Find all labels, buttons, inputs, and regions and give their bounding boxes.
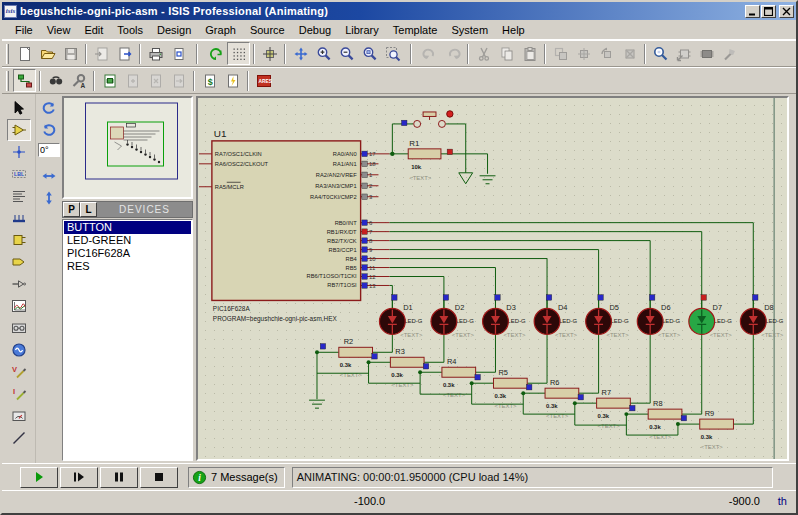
netlist-ares-button[interactable]: ARES — [252, 69, 275, 92]
close-button[interactable] — [779, 5, 794, 18]
device-item-pic16f628a[interactable]: PIC16F628A — [64, 247, 191, 260]
remove-sheet-button[interactable] — [144, 69, 167, 92]
menu-system[interactable]: System — [444, 22, 495, 38]
graph-mode-button[interactable] — [7, 295, 31, 317]
redraw-button[interactable] — [204, 42, 227, 65]
print-button[interactable] — [144, 42, 167, 65]
led-d6[interactable]: D6LED-G<TEXT> — [637, 295, 680, 339]
selection-mode-button[interactable] — [7, 97, 31, 119]
block-rotate-button[interactable] — [595, 42, 618, 65]
push-button[interactable] — [414, 111, 453, 128]
rotate-ccw-button[interactable] — [38, 119, 60, 141]
mirror-x-button[interactable] — [38, 165, 60, 187]
resistor-r6[interactable]: R60.3k<TEXT> — [472, 335, 599, 419]
zoom-out-button[interactable] — [335, 42, 358, 65]
undo-button[interactable] — [418, 42, 441, 65]
device-pin-mode-button[interactable] — [7, 273, 31, 295]
search-tag-button[interactable] — [44, 69, 67, 92]
tape-mode-button[interactable] — [7, 317, 31, 339]
generator-mode-button[interactable] — [7, 339, 31, 361]
resistor-r7[interactable]: R70.3k<TEXT> — [523, 335, 650, 429]
new-sheet-button[interactable] — [121, 69, 144, 92]
schematic-canvas[interactable]: R110k<TEXT>U1RA7/OSC1/CLKINRA6/OSC2/CLKO… — [196, 96, 789, 461]
electrical-check-button[interactable] — [221, 69, 244, 92]
zoom-in-button[interactable] — [312, 42, 335, 65]
led-d2[interactable]: D2LED-G<TEXT> — [431, 295, 474, 339]
wires[interactable] — [389, 124, 753, 308]
overview-window[interactable] — [62, 96, 193, 199]
play-button[interactable] — [20, 467, 58, 488]
led-d1[interactable]: D1LED-G<TEXT> — [379, 295, 422, 339]
menu-view[interactable]: View — [40, 22, 78, 38]
toolbar-grip[interactable] — [6, 71, 9, 91]
wire-autoroute-button[interactable] — [13, 69, 36, 92]
stop-button[interactable] — [140, 467, 178, 488]
cut-button[interactable] — [472, 42, 495, 65]
library-button[interactable]: L — [80, 202, 97, 217]
property-tool-button[interactable]: A — [67, 69, 90, 92]
device-item-button[interactable]: BUTTON — [64, 221, 191, 234]
terminal-mode-button[interactable] — [7, 251, 31, 273]
resistor-r4[interactable]: R40.3k<TEXT> — [369, 335, 496, 398]
text-script-mode-button[interactable] — [7, 185, 31, 207]
redo-button[interactable] — [441, 42, 464, 65]
device-item-led-green[interactable]: LED-GREEN — [64, 234, 191, 247]
minimize-button[interactable] — [745, 5, 760, 18]
resistor-r3[interactable]: R30.3k<TEXT> — [317, 335, 444, 388]
import-section-button[interactable] — [90, 42, 113, 65]
menu-help[interactable]: Help — [495, 22, 532, 38]
led-d5[interactable]: D5LED-G<TEXT> — [586, 295, 629, 339]
maximize-button[interactable] — [761, 5, 776, 18]
resistor-r1[interactable]: R110k<TEXT> — [408, 139, 441, 181]
pick-devices-button[interactable]: P — [63, 202, 80, 217]
instrument-mode-button[interactable] — [7, 405, 31, 427]
current-probe-mode-button[interactable]: I — [7, 383, 31, 405]
led-d3[interactable]: D3LED-G<TEXT> — [483, 295, 526, 339]
chip-u1[interactable]: U1RA7/OSC1/CLKINRA6/OSC2/CLKOUTRA5/MCLRR… — [199, 128, 389, 324]
menu-design[interactable]: Design — [150, 22, 198, 38]
pan-button[interactable] — [289, 42, 312, 65]
line-2d-mode-button[interactable] — [7, 427, 31, 449]
export-section-button[interactable] — [113, 42, 136, 65]
led-d4[interactable]: D4LED-G<TEXT> — [534, 295, 577, 339]
mirror-y-button[interactable] — [38, 187, 60, 209]
component-mode-button[interactable] — [7, 119, 31, 141]
pause-button[interactable] — [100, 467, 138, 488]
copy-button[interactable] — [495, 42, 518, 65]
menu-edit[interactable]: Edit — [77, 22, 110, 38]
menu-template[interactable]: Template — [386, 22, 445, 38]
packaging-button[interactable] — [695, 42, 718, 65]
zoom-all-button[interactable] — [358, 42, 381, 65]
menu-tools[interactable]: Tools — [110, 22, 150, 38]
resistor-r9[interactable]: R90.3k<TEXT> — [626, 335, 753, 450]
rotate-cw-button[interactable] — [38, 97, 60, 119]
junction-mode-button[interactable] — [7, 141, 31, 163]
menu-source[interactable]: Source — [243, 22, 292, 38]
toggle-grid-button[interactable] — [227, 42, 250, 65]
paste-button[interactable] — [518, 42, 541, 65]
block-delete-button[interactable] — [618, 42, 641, 65]
bus-mode-button[interactable] — [7, 207, 31, 229]
find-part-button[interactable] — [649, 42, 672, 65]
led-d8[interactable]: D8LED-G<TEXT> — [740, 295, 783, 339]
menu-graph[interactable]: Graph — [198, 22, 243, 38]
add-part-button[interactable] — [672, 42, 695, 65]
new-file-button[interactable] — [13, 42, 36, 65]
resistor-r2[interactable]: R20.3k<TEXT> — [315, 335, 392, 399]
goto-sheet-button[interactable] — [167, 69, 190, 92]
bill-of-materials-button[interactable]: $ — [198, 69, 221, 92]
origin-button[interactable] — [258, 42, 281, 65]
make-device-button[interactable] — [718, 42, 741, 65]
save-design-button[interactable] — [59, 42, 82, 65]
zoom-area-button[interactable] — [381, 42, 404, 65]
led-d7[interactable]: D7LED-G<TEXT> — [689, 295, 732, 339]
block-copy-button[interactable] — [549, 42, 572, 65]
device-item-res[interactable]: RES — [64, 260, 191, 273]
button-actuator[interactable] — [447, 111, 453, 117]
open-folder-button[interactable] — [36, 42, 59, 65]
rotation-angle-input[interactable] — [38, 143, 60, 157]
mark-output-button[interactable] — [167, 42, 190, 65]
design-explorer-button[interactable] — [98, 69, 121, 92]
menu-debug[interactable]: Debug — [292, 22, 338, 38]
menu-file[interactable]: File — [8, 22, 40, 38]
